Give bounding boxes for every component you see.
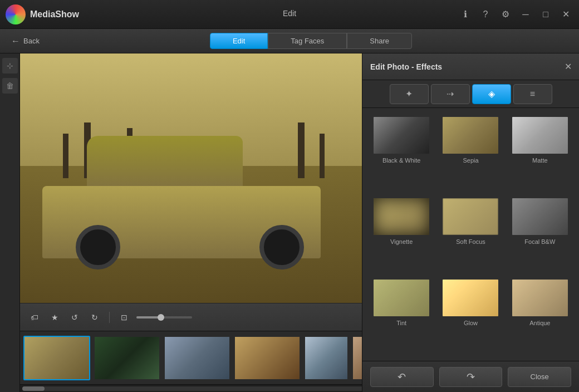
photo-display bbox=[20, 53, 362, 303]
zoom-slider-thumb bbox=[158, 314, 164, 321]
car-wheel-left bbox=[76, 225, 120, 270]
titlebar-controls: ℹ ? ⚙ ─ □ ✕ bbox=[458, 7, 573, 22]
settings-icon: ≡ bbox=[530, 89, 535, 99]
car-wheel-right bbox=[259, 225, 304, 270]
thumbnail-5-image bbox=[305, 337, 347, 379]
effect-tint[interactable]: Tint bbox=[370, 278, 433, 353]
effects-tab-effects[interactable]: ◈ bbox=[472, 84, 511, 104]
effect-sepia-image bbox=[443, 117, 498, 154]
effects-tab-transition[interactable]: ⇢ bbox=[431, 84, 470, 104]
effect-vignette-label: Vignette bbox=[390, 238, 413, 245]
app-title: MediaShow bbox=[30, 9, 458, 19]
crop-button[interactable]: ⊡ bbox=[116, 310, 132, 325]
effect-glow-thumb bbox=[441, 278, 499, 317]
effect-softfocus-thumb bbox=[441, 197, 499, 236]
magic-icon: ✦ bbox=[405, 89, 413, 99]
back-button[interactable]: ← Back bbox=[7, 34, 44, 48]
thumbnail-strip bbox=[20, 331, 362, 384]
redo-button[interactable]: ↷ bbox=[439, 367, 503, 387]
effects-tab-settings[interactable]: ≡ bbox=[513, 84, 552, 104]
main-content: ⊹ 🗑 bbox=[0, 53, 579, 392]
toolbar-divider-1 bbox=[109, 312, 110, 323]
effects-icon: ◈ bbox=[488, 89, 495, 99]
close-effects-button[interactable]: Close bbox=[508, 367, 571, 387]
effect-glow[interactable]: Glow bbox=[439, 278, 502, 353]
tag-button[interactable]: 🏷 bbox=[27, 310, 42, 325]
effect-softfocus-label: Soft Focus bbox=[456, 238, 485, 245]
undo-button[interactable]: ↶ bbox=[370, 367, 434, 387]
rotate-right-button[interactable]: ↻ bbox=[87, 310, 102, 325]
select-tool-icon[interactable]: ⊹ bbox=[2, 58, 18, 74]
effect-bw[interactable]: Black & White bbox=[370, 116, 433, 190]
thumbnail-3[interactable] bbox=[164, 336, 230, 380]
effect-softfocus[interactable]: Soft Focus bbox=[439, 197, 502, 272]
effect-focalbw-thumb bbox=[511, 197, 569, 236]
star-button[interactable]: ★ bbox=[47, 310, 62, 325]
thumbnail-4[interactable] bbox=[234, 336, 301, 380]
effects-close-button[interactable]: ✕ bbox=[561, 60, 575, 74]
effect-tint-image bbox=[374, 280, 429, 316]
tab-edit[interactable]: Edit bbox=[210, 33, 268, 49]
zoom-slider-container bbox=[136, 316, 362, 318]
help-button[interactable]: ? bbox=[478, 7, 493, 22]
thumbnail-3-image bbox=[165, 337, 229, 379]
thumbnail-1-image bbox=[24, 337, 89, 379]
effect-vignette-thumb bbox=[372, 197, 430, 236]
maximize-button[interactable]: □ bbox=[538, 7, 553, 22]
redo-icon: ↷ bbox=[467, 371, 475, 383]
effect-sepia[interactable]: Sepia bbox=[439, 116, 502, 190]
car-main bbox=[42, 186, 321, 258]
tab-tag-faces[interactable]: Tag Faces bbox=[268, 33, 347, 49]
thumbnail-6-image bbox=[353, 337, 362, 379]
effect-focalbw-image bbox=[512, 198, 568, 235]
effect-antique[interactable]: Antique bbox=[509, 278, 571, 353]
minimize-button[interactable]: ─ bbox=[518, 7, 533, 22]
thumbnail-6[interactable] bbox=[352, 336, 362, 380]
settings-button[interactable]: ⚙ bbox=[498, 7, 513, 22]
effect-vignette-image bbox=[374, 198, 429, 235]
thumbnail-4-image bbox=[235, 337, 300, 379]
tab-share[interactable]: Share bbox=[347, 33, 412, 49]
effects-tabs: ✦ ⇢ ◈ ≡ bbox=[362, 80, 579, 108]
effect-matte-image bbox=[512, 117, 568, 154]
close-button[interactable]: ✕ bbox=[558, 7, 573, 22]
effect-focalbw-label: Focal B&W bbox=[524, 238, 555, 245]
transition-icon: ⇢ bbox=[446, 89, 454, 99]
back-label: Back bbox=[23, 37, 40, 45]
app-logo bbox=[6, 4, 26, 24]
zoom-slider[interactable] bbox=[136, 316, 192, 318]
effect-bw-image bbox=[374, 117, 429, 154]
effect-tint-thumb bbox=[372, 278, 430, 317]
thumbnail-5[interactable] bbox=[304, 336, 349, 380]
effects-actions: ↶ ↷ Close bbox=[362, 361, 579, 392]
effect-antique-image bbox=[512, 280, 568, 316]
effect-sepia-label: Sepia bbox=[463, 157, 478, 164]
info-button[interactable]: ℹ bbox=[458, 7, 473, 22]
effect-matte[interactable]: Matte bbox=[509, 116, 571, 190]
delete-tool-icon[interactable]: 🗑 bbox=[2, 78, 18, 94]
rotate-left-button[interactable]: ↺ bbox=[67, 310, 82, 325]
effects-tab-magic[interactable]: ✦ bbox=[390, 84, 429, 104]
navbar: ← Back Edit Tag Faces Share bbox=[0, 29, 579, 53]
effect-bw-label: Black & White bbox=[382, 157, 420, 164]
effects-grid: Black & White Sepia Matte Vignette bbox=[362, 108, 579, 361]
effect-softfocus-image bbox=[443, 198, 498, 235]
horizontal-scrollbar[interactable]: ▶ bbox=[20, 384, 362, 392]
effect-antique-label: Antique bbox=[529, 320, 550, 326]
thumbnail-2[interactable] bbox=[94, 336, 160, 380]
effect-focalbw[interactable]: Focal B&W bbox=[509, 197, 571, 272]
scrollbar-thumb[interactable] bbox=[22, 386, 45, 391]
nav-tabs: Edit Tag Faces Share bbox=[171, 33, 450, 49]
titlebar: MediaShow Edit ℹ ? ⚙ ─ □ ✕ bbox=[0, 0, 579, 29]
effect-glow-image bbox=[443, 280, 498, 316]
photo-content bbox=[20, 53, 362, 303]
side-toolbar: ⊹ 🗑 bbox=[0, 53, 20, 392]
effect-matte-thumb bbox=[511, 116, 569, 155]
thumbnail-1[interactable] bbox=[23, 336, 90, 380]
car-top bbox=[87, 136, 243, 192]
effect-bw-thumb bbox=[372, 116, 430, 155]
effect-vignette[interactable]: Vignette bbox=[370, 197, 433, 272]
car-silhouette bbox=[42, 136, 321, 258]
effect-tint-label: Tint bbox=[396, 320, 406, 326]
undo-icon: ↶ bbox=[398, 371, 406, 383]
